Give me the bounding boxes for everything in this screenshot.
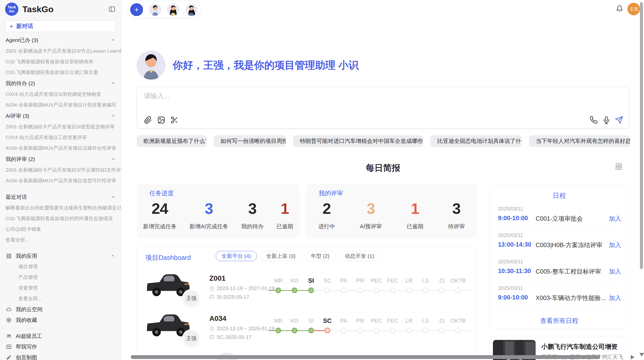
suggestion-chip[interactable]: 比亚迪全固态电池计划具体说了什么 [430,135,522,147]
sidebar-item-favorites[interactable]: 我的收藏 [0,315,121,325]
avatar[interactable] [185,4,198,16]
join-button[interactable]: 加入 [609,241,621,249]
milestone-dot-overdue [325,328,330,333]
layout-grid-icon[interactable] [615,163,623,170]
list-item[interactable]: Z001-全新燃油轻卡产品开发项目SI节点属性5D文件评审 [0,165,121,175]
vertical-scrollbar[interactable] [640,2,643,269]
sidebar-item-ai-employee[interactable]: AI超级员工 [0,331,121,341]
stat-new-done: 24 新增完成任务 [143,200,177,230]
milestone-dot [423,328,428,333]
section-header-my-review[interactable]: 我的评审 (2) [0,154,121,165]
join-button[interactable]: 加入 [609,267,621,276]
user-avatar[interactable]: 王强 [627,3,640,15]
section-header-recent-chats[interactable]: 最近对话 [0,191,121,203]
sidebar-collapse-icon[interactable] [108,6,115,13]
sidebar-item-change-mgmt[interactable]: 变更管理 [0,283,121,293]
scroll-down-arrow-icon[interactable] [639,353,644,356]
send-icon[interactable] [615,116,623,124]
sidebar-item-writing-helper[interactable]: 帮我写作 [0,341,121,352]
join-button[interactable]: 加入 [609,215,621,223]
project-owner-badge: 王强 [182,289,200,307]
list-item[interactable]: C02-飞腾新能源轻客改款项目的闭环通告反馈情况 [0,213,121,224]
stat-value: 2 [318,200,335,217]
phone-call-icon[interactable] [590,116,598,124]
sidebar-item-product-mgmt[interactable]: 产品管理 [0,272,121,283]
briefing-title: 每日简报 [137,162,630,174]
stat-label: 待评审 [448,223,465,230]
schedule-card: 日程 2025/03/11 9:00-10:00 C001-立项审批会 加入 2… [489,185,630,329]
schedule-date: 2025/03/11 [498,259,523,265]
project-row[interactable]: 王强 A034 2023-12-19 ~ 2026-01-19 SC-2025-… [137,311,477,351]
project-dashboard-card: 项目Dashboard 全新平台 (4) 全新上装 (3) 年型 (2) 动总开… [137,247,477,360]
avatar[interactable] [149,4,161,16]
assistant-avatar [137,51,166,80]
project-dates: 2023-12-19 ~ 2027-01-19 [209,286,274,291]
chevron-up-icon [111,114,115,118]
project-row[interactable]: 王强 Z001 2023-12-19 ~ 2027-01-19 SI-2025-… [137,271,477,311]
tab-model-year[interactable]: 年型 (2) [305,251,335,261]
list-item[interactable]: C0X4-动力总成开发项目工程变更评审 [0,132,121,143]
list-item[interactable]: Z001-全新燃油轻卡产品开发项目SI造型提交物评审 [0,122,121,132]
section-header-agent-done[interactable]: Agent已办 (3) [0,35,121,46]
microphone-icon[interactable] [602,116,610,124]
horizontal-scrollbar[interactable] [131,355,600,359]
date-range: 2023-12-19 ~ 2027-01-19 [217,286,274,291]
section-title: 最近对话 [6,193,27,201]
project-next-milestone: SC-2025-05-17 [209,334,252,340]
suggestion-chip[interactable]: 如何写一份清晰的项目周报 [214,135,286,147]
suggestion-chip[interactable]: 特朗普可能对进口汽车增税会对中国车企造成哪些影响 [293,135,423,147]
sidebar-item-my-apps[interactable]: 我的应用 [0,251,121,261]
scroll-right-arrow-icon[interactable] [631,355,634,359]
writing-helper-label: 帮我写作 [16,343,115,350]
clock-icon [209,286,214,291]
tab-new-body[interactable]: 全新上装 (3) [260,251,302,261]
scissors-icon[interactable] [170,116,179,124]
recent-view-all[interactable]: 查看全部... [0,235,121,245]
stat-label: 进行中 [318,223,335,230]
avatar[interactable] [167,4,179,16]
list-item[interactable]: C0X4-动力总成开发项目SI里程碑提交物检查 [0,89,121,100]
schedule-date: 2025/03/11 [498,232,523,238]
list-item[interactable]: Z001-全新燃油皮卡产品开发项目SI节点Lesson Learn报告 [0,46,121,56]
list-item[interactable]: 解释最新出台的欧盟报废车法规再生塑料比例被调至15%... [0,203,121,213]
tab-new-platform[interactable]: 全新平台 (4) [216,251,257,261]
stat-value: 1 [406,200,423,217]
composer-input[interactable] [144,92,576,107]
milestone-dot [439,328,445,333]
join-button[interactable]: 加入 [609,294,621,302]
star-badge-icon [6,317,12,323]
list-item[interactable]: A034-全新新能源MUV产品开发项目计划变更表编写 [0,100,121,110]
section-header-ai-review[interactable]: AI评审 (3) [0,110,121,122]
list-item[interactable]: 公司Q3轻卡销量 [0,224,121,235]
list-item[interactable]: A034-全新新能源MUV产品开发项目造型可行性评审 [0,175,121,186]
milestone-dot [406,328,412,333]
stat-in-progress: 2 进行中 [318,200,335,230]
notification-bell-icon[interactable] [616,5,623,12]
image-icon[interactable] [157,116,165,124]
milestone-dot [455,328,461,333]
list-item[interactable]: C02-飞腾新能源轻客改款项目立项汇报方案 [0,67,121,78]
schedule-item: 2025/03/11 9:00-10:00 C001-立项审批会 加入 [489,203,629,230]
tab-powertrain[interactable]: 动总开发 (1) [339,251,380,261]
section-title: AI评审 (3) [6,112,29,119]
section-header-my-todo[interactable]: 我的待办 (2) [0,78,121,89]
suggestion-chip[interactable]: 当下年轻人对汽车外观有怎样的喜好趋势 [529,135,630,147]
list-item[interactable]: C02-飞腾新能源轻客改款项目里程碑画布 [0,56,121,67]
section-title: Agent已办 (3) [6,37,38,44]
briefing-header: 每日简报 [137,162,630,172]
view-all-schedule-link[interactable]: 查看所有日程 [489,317,629,325]
app-title: TaskGo [22,4,53,14]
new-chat-button[interactable]: + 新对话 [5,20,116,32]
list-item[interactable]: A034-全新新能源MUV产品开发项目法规符合性评审 [0,143,121,154]
stat-ai-prereview: 3 AI预评审 [360,200,382,230]
sidebar-item-project-mgmt[interactable]: 项目管理 [0,261,121,272]
timeline-line-done [268,290,311,291]
add-agent-button[interactable]: + [130,3,143,16]
attachment-icon[interactable] [144,116,152,124]
suggestion-chip[interactable]: 欧洲新规最近颁布了什么? [137,135,206,147]
schedule-date: 2025/03/11 [498,206,523,212]
sidebar-item-creative-drawing[interactable]: 创意制图 [0,352,121,360]
apps-view-all[interactable]: 查看全部... [0,293,121,304]
sidebar-item-cloud-space[interactable]: 我的云空间 [0,304,121,315]
project-code: Z001 [209,274,226,282]
